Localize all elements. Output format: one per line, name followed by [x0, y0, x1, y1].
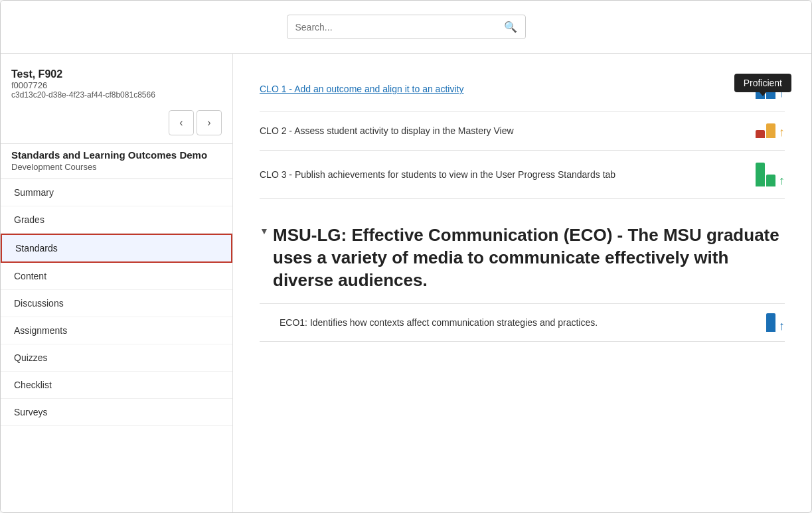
course-subtitle: Development Courses: [1, 162, 232, 179]
user-uuid: c3d13c20-d38e-4f23-af44-cf8b081c8566: [11, 90, 222, 100]
chart-icon: ↑: [752, 313, 785, 332]
search-input[interactable]: [295, 22, 504, 33]
sidebar-item-standards[interactable]: Standards: [1, 234, 232, 263]
sidebar-item-discussions[interactable]: Discussions: [1, 290, 232, 317]
clo-text: CLO 2 - Assess student activity to displ…: [260, 125, 752, 136]
user-id: f0007726: [11, 80, 222, 90]
prev-button[interactable]: ‹: [169, 110, 194, 135]
next-button[interactable]: ›: [197, 110, 222, 135]
clo-row: CLO 2 - Assess student activity to displ…: [260, 111, 785, 151]
eco-text: ECO1: Identifies how contexts affect com…: [280, 317, 752, 328]
main-layout: Test, F902 f0007726 c3d13c20-d38e-4f23-a…: [1, 54, 811, 512]
sidebar-item-quizzes[interactable]: Quizzes: [1, 344, 232, 372]
eco-list: ECO1: Identifies how contexts affect com…: [260, 304, 785, 342]
sidebar-item-content[interactable]: Content: [1, 263, 232, 290]
clo-row: CLO 1 - Add an outcome and align it to a…: [260, 67, 785, 111]
sidebar-nav: SummaryGradesStandardsContentDiscussions…: [1, 179, 232, 426]
content-area: CLO 1 - Add an outcome and align it to a…: [233, 54, 811, 512]
chart-icon: ↑: [752, 163, 785, 186]
app-window: 🔍 Proficient Test, F902 f0007726 c3d13c2…: [0, 0, 812, 513]
clo-link[interactable]: CLO 1 - Add an outcome and align it to a…: [260, 84, 463, 94]
sidebar-item-grades[interactable]: Grades: [1, 206, 232, 234]
search-box[interactable]: 🔍: [287, 15, 526, 39]
collapse-arrow-icon[interactable]: ▼: [260, 226, 269, 236]
sidebar: Test, F902 f0007726 c3d13c20-d38e-4f23-a…: [1, 54, 233, 512]
course-title: Standards and Learning Outcomes Demo: [1, 144, 232, 162]
section-title: MSU-LG: Effective Communication (ECO) - …: [273, 206, 785, 303]
chart-icon: ↑: [752, 123, 785, 138]
clo-list: CLO 1 - Add an outcome and align it to a…: [260, 67, 785, 199]
user-name: Test, F902: [11, 68, 222, 80]
sidebar-item-assignments[interactable]: Assignments: [1, 317, 232, 344]
sidebar-item-checklist[interactable]: Checklist: [1, 372, 232, 399]
nav-arrows: ‹ ›: [1, 105, 232, 143]
eco-row: ECO1: Identifies how contexts affect com…: [260, 304, 785, 342]
user-info: Test, F902 f0007726 c3d13c20-d38e-4f23-a…: [1, 60, 232, 105]
sidebar-item-summary[interactable]: Summary: [1, 179, 232, 206]
proficient-tooltip: Proficient: [734, 74, 791, 92]
search-icon[interactable]: 🔍: [504, 21, 517, 33]
clo-row: CLO 3 - Publish achievements for student…: [260, 151, 785, 199]
clo-text: CLO 3 - Publish achievements for student…: [260, 169, 752, 180]
top-bar: 🔍: [1, 1, 811, 54]
sidebar-item-surveys[interactable]: Surveys: [1, 399, 232, 426]
search-container: 🔍: [147, 15, 665, 39]
